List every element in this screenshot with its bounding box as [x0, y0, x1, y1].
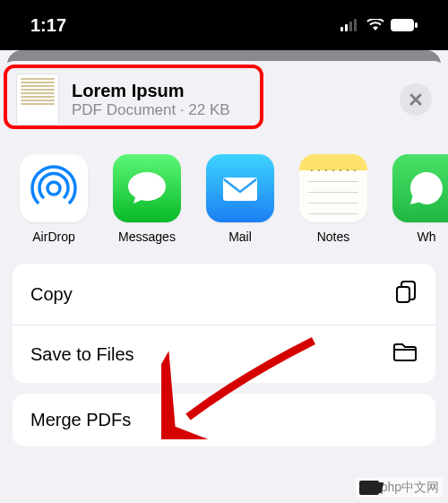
svg-point-13 — [318, 169, 320, 171]
app-messages[interactable]: Messages — [113, 154, 181, 244]
airdrop-icon — [20, 154, 88, 222]
svg-rect-0 — [340, 27, 343, 31]
battery-icon — [391, 19, 418, 31]
svg-rect-2 — [349, 22, 352, 31]
svg-rect-10 — [308, 203, 358, 204]
svg-rect-3 — [354, 19, 357, 31]
action-copy-label: Copy — [30, 284, 73, 305]
action-copy[interactable]: Copy — [13, 264, 435, 325]
watermark: php中文网 — [356, 478, 443, 498]
svg-point-12 — [311, 169, 313, 171]
svg-point-17 — [347, 169, 349, 171]
app-notes-label: Notes — [317, 230, 350, 244]
svg-rect-1 — [345, 24, 348, 31]
svg-point-6 — [47, 182, 60, 195]
app-mail[interactable]: Mail — [206, 154, 274, 244]
svg-rect-11 — [308, 213, 358, 214]
watermark-icon — [359, 481, 379, 495]
app-airdrop[interactable]: AirDrop — [20, 154, 88, 244]
messages-icon — [113, 154, 181, 222]
document-title: Lorem Ipsum — [72, 81, 387, 101]
mail-icon — [206, 154, 274, 222]
svg-rect-4 — [391, 19, 414, 31]
watermark-text: php中文网 — [381, 480, 439, 496]
status-bar: 1:17 — [0, 0, 448, 50]
app-mail-label: Mail — [228, 230, 252, 244]
svg-point-14 — [325, 169, 327, 171]
wifi-icon — [366, 19, 384, 31]
close-button[interactable] — [400, 83, 432, 116]
actions-list-secondary: Merge PDFs — [13, 394, 435, 447]
action-save-label: Save to Files — [30, 344, 134, 365]
signal-icon — [340, 19, 360, 31]
document-subtitle: PDF Document · 22 KB — [72, 101, 387, 119]
svg-rect-8 — [308, 181, 358, 182]
status-time: 1:17 — [30, 15, 66, 36]
svg-point-15 — [332, 169, 334, 171]
share-sheet: Lorem Ipsum PDF Document · 22 KB AirDrop… — [0, 61, 448, 464]
svg-rect-5 — [415, 22, 418, 28]
svg-rect-9 — [308, 192, 358, 193]
svg-point-16 — [340, 169, 341, 171]
svg-point-18 — [354, 169, 356, 171]
share-apps-row: AirDrop Messages Mail Notes Wh — [0, 138, 448, 264]
app-whatsapp-label: Wh — [418, 230, 436, 244]
folder-icon — [392, 342, 418, 367]
action-merge-pdfs[interactable]: Merge PDFs — [13, 394, 435, 447]
svg-rect-19 — [397, 287, 409, 302]
action-save-to-files[interactable]: Save to Files — [13, 325, 435, 383]
document-info: Lorem Ipsum PDF Document · 22 KB — [72, 81, 387, 119]
whatsapp-icon — [392, 154, 448, 222]
document-thumbnail — [16, 74, 59, 126]
action-merge-label: Merge PDFs — [30, 410, 131, 430]
svg-rect-7 — [223, 178, 257, 201]
close-icon — [409, 92, 423, 107]
document-header: Lorem Ipsum PDF Document · 22 KB — [0, 61, 448, 138]
app-whatsapp[interactable]: Wh — [392, 154, 448, 244]
actions-list: Copy Save to Files — [13, 264, 435, 383]
notes-icon — [299, 154, 367, 222]
status-indicators — [340, 19, 418, 31]
app-notes[interactable]: Notes — [299, 154, 367, 244]
app-airdrop-label: AirDrop — [32, 230, 74, 244]
copy-icon — [394, 280, 418, 308]
app-messages-label: Messages — [118, 230, 176, 244]
